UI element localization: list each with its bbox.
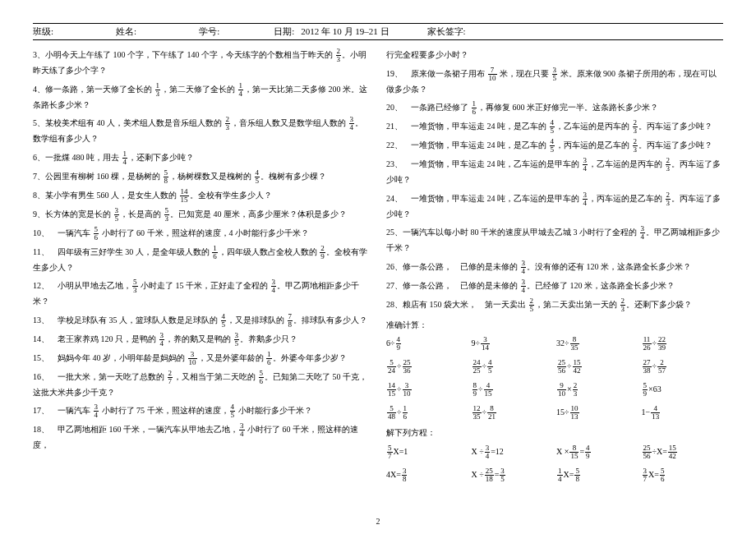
- problem-24: 24、 一堆货物，甲车运走 24 吨，乙车运的是甲车的 34，丙车运的是乙车的 …: [386, 191, 723, 223]
- problem-3: 3、小明今天上午练了 100 个字，下午练了 140 个字，今天练字的个数相当于…: [33, 48, 370, 79]
- problem-7: 7、公园里有柳树 160 棵，是杨树的 58，杨树棵数又是槐树的 45。槐树有多…: [33, 169, 370, 185]
- problem-8: 8、某小学有男生 560 人，是女生人数的 1415。全校有学生多少人？: [33, 188, 370, 204]
- problem-19: 19、 原来做一条裙子用布 710 米，现在只要 35 米。原来做 900 条裙…: [386, 67, 723, 98]
- calc-cell: 15÷1013: [556, 405, 638, 421]
- calc-cell: 524÷2536: [386, 359, 468, 375]
- content-columns: 3、小明今天上午练了 100 个字，下午练了 140 个字，今天练字的个数相当于…: [33, 44, 723, 511]
- page-header: 班级: 姓名: 学号: 日期: 2012 年 10 月 19–21 日 家长签字…: [33, 23, 723, 40]
- sign-label: 家长签字:: [427, 25, 466, 38]
- date-value: 2012 年 10 月 19–21 日: [301, 25, 389, 38]
- problem-15: 15、 妈妈今年 40 岁，小明年龄是妈妈的 310，又是外婆年龄的 16。外婆…: [33, 351, 370, 366]
- problem-23: 23、 一堆货物，甲车运走 24 吨，乙车运的是甲车的 34，乙车运的是丙车的 …: [386, 157, 723, 188]
- calc-cell: 89÷415: [472, 382, 554, 398]
- problem-5: 5、某校美术组有 40 人，美术组人数是音乐组人数的 23，音乐组人数又是数学组…: [33, 116, 370, 147]
- problem-10: 10、 一辆汽车 56 小时行了 60 千米，照这样的速度，4 小时能行多少千米…: [33, 226, 370, 242]
- problem-9: 9、长方体的宽是长的 35，长是高的 53。已知宽是 40 厘米，高多少厘米？体…: [33, 207, 370, 223]
- eq-cell: 57X=1: [386, 444, 468, 460]
- calc-cell: 1235÷821: [472, 405, 554, 421]
- eq-cell: X ×815=49: [556, 444, 638, 460]
- calc-cell: 910×23: [556, 382, 638, 398]
- right-column: 行完全程要多少小时？ 19、 原来做一条裙子用布 710 米，现在只要 35 米…: [386, 44, 723, 511]
- problem-28: 28、粮店有 150 袋大米， 第一天卖出 25，第二天卖出第一天的 23。还剩…: [386, 297, 723, 313]
- eq-cell: 2556÷X=1542: [642, 444, 724, 460]
- problem-14: 14、 老王家养鸡 120 只，是鸭的 34，养的鹅又是鸭的 35。养鹅多少只？: [33, 332, 370, 348]
- eq-grid: 57X=1 X ÷34=12 X ×815=49 2556÷X=1542 4X=…: [386, 444, 723, 483]
- problem-26: 26、修一条公路， 已修的是未修的 34。没有修的还有 120 米，这条路全长多…: [386, 260, 723, 275]
- calc-cell: 1415÷310: [386, 382, 468, 398]
- problem-18: 18、 甲乙两地相距 160 千米，一辆汽车从甲地去乙地，34 小时行了 60 …: [33, 422, 370, 453]
- problem-21: 21、 一堆货物，甲车运走 24 吨，是乙车的 45，乙车运的是丙车的 23。丙…: [386, 119, 723, 135]
- calc-grid: 6÷49 9÷314 32÷835 1126÷2239 524÷2536 242…: [386, 336, 723, 421]
- calc-cell: 2738÷257: [642, 359, 724, 375]
- calc-cell: 1126÷2239: [642, 336, 724, 352]
- calc-cell: 2556÷1542: [556, 359, 638, 375]
- calc-cell: 32÷835: [556, 336, 638, 352]
- problem-22: 22、 一堆货物，甲车运走 24 吨，是乙车的 45，丙车运的是乙车的 23。丙…: [386, 138, 723, 154]
- problem-17: 17、 一辆汽车 34 小时行了 75 千米，照这样的速度，45 小时能行多少千…: [33, 403, 370, 419]
- eq-cell: 4X=38: [386, 467, 468, 483]
- date-label: 日期:: [274, 25, 294, 38]
- name-label: 姓名:: [116, 25, 136, 38]
- eq-cell: X ÷2518=35: [472, 467, 554, 483]
- class-label: 班级:: [33, 25, 53, 38]
- calc-title: 准确计算：: [386, 318, 723, 334]
- eq-cell: X ÷34=12: [472, 444, 554, 460]
- id-label: 学号:: [199, 25, 219, 38]
- left-column: 3、小明今天上午练了 100 个字，下午练了 140 个字，今天练字的个数相当于…: [33, 44, 370, 511]
- problem-20: 20、 一条路已经修了 16，再修复 600 米正好修完一半。这条路长多少米？: [386, 100, 723, 116]
- problem-12: 12、 小明从甲地去乙地，53 小时走了 15 千米，正好走了全程的 34。甲乙…: [33, 279, 370, 310]
- problem-4: 4、修一条路，第一天修了全长的 13，第二天修了全长的 14，第一天比第二天多修…: [33, 82, 370, 113]
- calc-cell: 59×63: [642, 382, 724, 398]
- calc-cell: 1−413: [642, 405, 724, 421]
- calc-cell: 548÷16: [386, 405, 468, 421]
- problem-18-cont: 行完全程要多少小时？: [386, 48, 723, 63]
- calc-cell: 9÷314: [472, 336, 554, 352]
- problem-6: 6、一批煤 480 吨，用去 14，还剩下多少吨？: [33, 150, 370, 166]
- eq-cell: 14X=58: [556, 467, 638, 483]
- page-number: 2: [0, 517, 756, 526]
- calc-cell: 2425÷45: [472, 359, 554, 375]
- problem-11: 11、 四年级有三好学生 30 人，是全年级人数的 16，四年级人数占全校人数的…: [33, 245, 370, 276]
- calc-cell: 6÷49: [386, 336, 468, 352]
- problem-16: 16、 一批大米，第一天吃了总数的 27，又相当于第二天吃的 56。已知第二天吃…: [33, 370, 370, 401]
- problem-27: 27、修一条公路， 已修的是未修的 34。已经修了 120 米，这条路全长多少米…: [386, 279, 723, 294]
- eq-title: 解下列方程：: [386, 426, 723, 441]
- eq-cell: 37X=56: [642, 467, 724, 483]
- problem-25: 25、一辆汽车以每小时 80 千米的速度从甲城去乙城 3 小时行了全程的 34。…: [386, 225, 723, 256]
- problem-13: 13、 学校足球队有 35 人，篮球队人数是足球队的 45，又是排球队的 78。…: [33, 313, 370, 329]
